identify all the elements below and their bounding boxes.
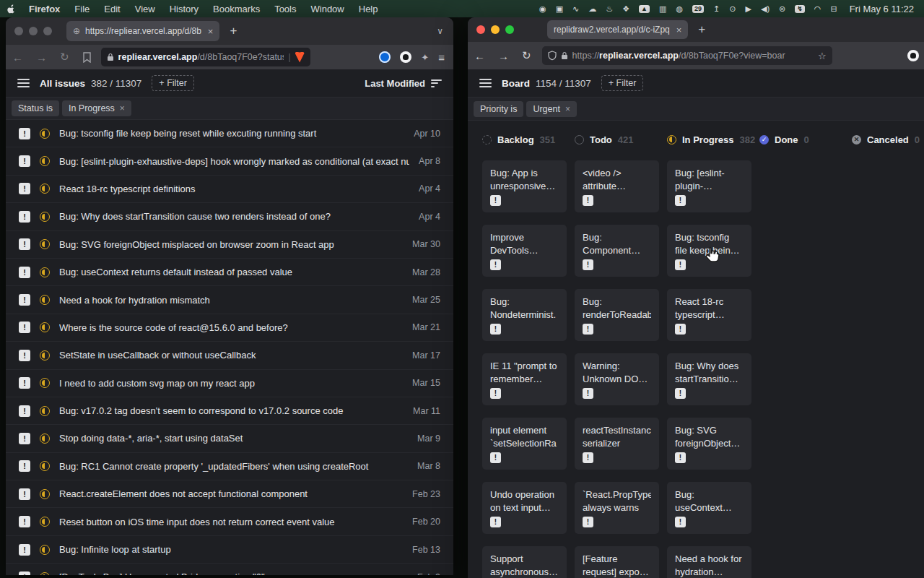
priority-urgent-icon[interactable]: ! (19, 377, 30, 389)
apple-menu-icon[interactable] (0, 4, 22, 14)
status-in-progress-icon[interactable] (40, 129, 50, 139)
priority-urgent-icon[interactable]: ! (583, 195, 593, 206)
priority-urgent-icon[interactable]: ! (583, 259, 593, 270)
issue-row[interactable]: ! Need a hook for hydration mismatch Mar… (6, 286, 453, 314)
issue-row[interactable]: ! Bug: SVG foreignObject misplaced on br… (6, 231, 453, 259)
brave-shield-icon[interactable] (295, 52, 305, 63)
columns-icon[interactable]: ▥ (659, 5, 666, 13)
priority-urgent-icon[interactable]: ! (19, 128, 30, 139)
back-button[interactable]: ← (468, 50, 492, 62)
board-card[interactable]: Bug: App is unresponsive… ! (482, 160, 567, 212)
priority-urgent-icon[interactable]: ! (490, 517, 501, 527)
issue-row[interactable]: ! Bug: tsconfig file keep being reset wh… (6, 120, 453, 147)
status-in-progress-icon[interactable] (40, 378, 50, 388)
tab-list-chevron-icon[interactable]: ∨ (437, 26, 453, 36)
address-bar[interactable]: repliear.vercel.app/d/8bTaoq7F0e?statusF… (101, 48, 310, 66)
board-card[interactable]: Bug: useContext… ! (667, 482, 751, 534)
filter-chip[interactable]: Priority is (474, 101, 523, 117)
add-filter-button[interactable]: + Filter (152, 75, 194, 91)
priority-urgent-icon[interactable]: ! (19, 183, 30, 194)
priority-urgent-icon[interactable]: ! (490, 324, 501, 335)
minimize-window-button[interactable] (491, 25, 500, 34)
status-in-progress-icon[interactable] (40, 184, 50, 194)
extensions-puzzle-icon[interactable]: ✦ (421, 52, 429, 63)
browser-menu-icon[interactable]: ≡ (438, 51, 445, 64)
board-card[interactable]: Need a hook for hydration… ! (667, 546, 751, 578)
priority-urgent-icon[interactable]: ! (675, 259, 686, 270)
control-center-icon[interactable]: ⊟ (830, 5, 837, 13)
upload-icon[interactable]: ↥ (713, 5, 720, 13)
filter-chip[interactable]: Status is (12, 100, 59, 116)
board-card[interactable]: reactTestInstanc serializer ! (575, 418, 659, 470)
status-in-progress-icon[interactable] (40, 156, 50, 166)
board-card[interactable]: <video /> attribute… ! (575, 160, 659, 212)
zoom-window-button[interactable] (505, 25, 514, 34)
issue-row[interactable]: ! I need to add custom svg map on my rea… (6, 370, 453, 397)
issue-row[interactable]: ! Bug: useContext returns default instea… (6, 259, 453, 286)
shutdown-icon[interactable]: ◍ (676, 5, 683, 13)
forward-button[interactable]: → (30, 51, 53, 64)
new-tab-button[interactable]: + (219, 24, 247, 38)
board-card[interactable]: Bug: renderToReadab ! (575, 289, 659, 341)
priority-urgent-icon[interactable]: ! (675, 517, 686, 527)
record-icon[interactable]: ◉ (539, 5, 546, 13)
back-button[interactable]: ← (6, 51, 30, 64)
reload-button[interactable]: ↻ (53, 51, 76, 64)
priority-urgent-icon[interactable]: ! (675, 195, 686, 206)
issue-row[interactable]: ! Reset button on iOS time input does no… (6, 508, 453, 535)
priority-urgent-icon[interactable]: ! (19, 322, 30, 333)
browser-tab[interactable]: replidraw2.vercel.app/d/c-iZpq × (547, 20, 688, 39)
status-in-progress-icon[interactable] (40, 434, 50, 444)
issue-row[interactable]: ! Bug: RC1 Cannot create property '_upda… (6, 453, 453, 480)
status-in-progress-icon[interactable] (40, 212, 50, 222)
issue-row[interactable]: ! Stop doing data-*, aria-*, start using… (6, 425, 453, 452)
board-card[interactable]: Undo operation on text input… ! (482, 482, 567, 534)
board-card[interactable]: Bug: Component… ! (575, 225, 659, 277)
priority-urgent-icon[interactable]: ! (675, 388, 686, 399)
status-in-progress-icon[interactable] (40, 545, 50, 555)
priority-urgent-icon[interactable]: ! (19, 433, 30, 444)
issue-row[interactable]: ! Bug: Infinite loop at startup Feb 13 (6, 536, 453, 564)
left-window-controls[interactable] (6, 27, 61, 35)
reload-button[interactable]: ↻ (515, 49, 538, 62)
menu-window[interactable]: Window (304, 4, 352, 14)
priority-urgent-icon[interactable]: ! (19, 405, 30, 417)
volume-icon[interactable]: ◀) (761, 5, 770, 13)
priority-urgent-icon[interactable]: ! (490, 388, 501, 399)
priority-urgent-icon[interactable]: ! (19, 238, 30, 250)
forward-button[interactable]: → (492, 50, 515, 62)
board-card[interactable]: Bug: tsconfig file keep bein… ! (667, 225, 751, 277)
issue-row[interactable]: ! React 18-rc typescript definitions Apr… (6, 176, 453, 203)
sidebar-toggle-icon[interactable] (17, 79, 30, 87)
minimize-window-button[interactable] (29, 27, 38, 35)
board-card[interactable]: input element `setSelectionRa ! (482, 418, 567, 470)
issue-row[interactable]: ! Bug: v17.0.2 tag doesn't seem to corre… (6, 397, 453, 425)
browser-tab[interactable]: ⊕ https://repliear.vercel.app/d/8b × (66, 21, 219, 41)
new-tab-button[interactable]: + (688, 22, 715, 37)
issue-row[interactable]: ! Bug: Why does startTransition cause tw… (6, 203, 453, 230)
bookmark-star-icon[interactable]: ☆ (818, 51, 827, 61)
tab-close-icon[interactable]: × (206, 26, 214, 37)
issue-row[interactable]: ! Bug: [eslint-plugin-exhaustive-deps] h… (6, 147, 453, 175)
board-card[interactable]: Bug: Nondeterminist. ! (482, 289, 567, 341)
issue-row[interactable]: ! SetState in useCallback or without use… (6, 342, 453, 369)
status-in-progress-icon[interactable] (40, 350, 50, 361)
issue-row[interactable]: ! Where is the source code of react@15.6… (6, 314, 453, 342)
board-card[interactable]: Improve DevTools… ! (482, 225, 567, 277)
right-window-controls[interactable] (468, 25, 523, 34)
priority-urgent-icon[interactable]: ! (19, 571, 30, 575)
menu-view[interactable]: View (128, 4, 162, 14)
menubar-app-name[interactable]: Firefox (22, 4, 67, 14)
filter-chip[interactable]: In Progress × (62, 100, 131, 116)
board-card[interactable]: Warning: Unknown DO… ! (575, 353, 659, 405)
docker-icon[interactable]: ♨ (606, 5, 613, 13)
board-card[interactable]: Support asynchronous… ! (482, 546, 567, 578)
priority-urgent-icon[interactable]: ! (19, 155, 30, 167)
sort-control[interactable]: Last Modified (365, 78, 442, 89)
address-bar[interactable]: https://repliear.vercel.app/d/8bTaoq7F0e… (542, 46, 832, 65)
close-window-button[interactable] (14, 27, 23, 35)
github-extension-icon[interactable] (907, 50, 919, 61)
user-icon[interactable]: ⊚ (779, 5, 785, 13)
bookmark-icon[interactable] (76, 52, 98, 63)
zoom-window-button[interactable] (43, 27, 52, 35)
